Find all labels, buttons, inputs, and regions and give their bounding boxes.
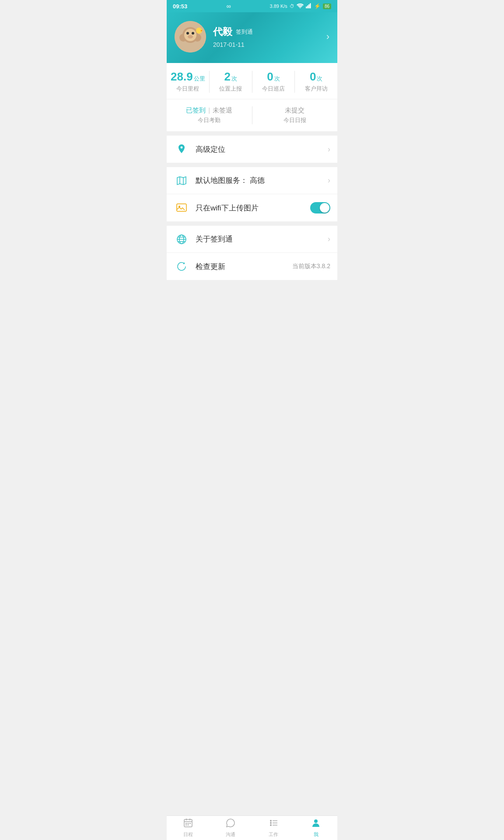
stat-mileage-value: 28.9 [171, 71, 193, 82]
report-status: 未提交 [252, 106, 338, 115]
stat-visit-unit: 次 [317, 75, 322, 83]
menu-section-about: 关于签到通 › 检查更新 当前版本3.8.2 [167, 226, 337, 280]
stat-mileage-unit: 公里 [194, 75, 205, 83]
menu-about-right: › [328, 234, 330, 244]
app-badge: 签到通 [236, 28, 253, 36]
menu-about-arrow-icon: › [328, 234, 330, 244]
menu-section-location: 高级定位 › [167, 136, 337, 163]
profile-header[interactable]: 代毅 签到通 2017-01-11 › [167, 12, 337, 63]
menu-location-text: 高级定位 [196, 144, 328, 154]
image-upload-icon [174, 200, 189, 216]
stat-visit-label: 客户拜访 [295, 85, 337, 93]
svg-rect-2 [307, 6, 308, 9]
svg-rect-17 [177, 204, 186, 211]
clock-icon: ⏱ [290, 4, 294, 9]
status-infinity-icon: ∞ [226, 3, 231, 10]
menu-map-text: 默认地图服务： 高德 [196, 175, 328, 186]
profile-info: 代毅 签到通 2017-01-11 [213, 25, 326, 48]
wifi-upload-toggle[interactable] [310, 202, 330, 214]
attendance-label: 今日考勤 [167, 116, 252, 124]
stat-mileage-label: 今日里程 [167, 85, 209, 93]
avatar [175, 21, 206, 52]
stat-patrol-value: 0 [267, 71, 273, 82]
menu-location-right: › [328, 145, 330, 154]
signal-icon [306, 3, 312, 9]
unsigned-label: 未签退 [213, 106, 232, 114]
menu-section-map: 默认地图服务： 高德 › 只在wifi下上传图片 [167, 167, 337, 221]
battery-icon: 86 [323, 4, 331, 9]
daily-report[interactable]: 未提交 今日日报 [252, 106, 338, 124]
svg-point-11 [192, 32, 194, 35]
menu-item-map[interactable]: 默认地图服务： 高德 › [167, 167, 337, 194]
map-icon [174, 173, 189, 189]
refresh-icon [174, 259, 189, 274]
user-date: 2017-01-11 [213, 41, 326, 48]
attendance-row: 已签到 | 未签退 今日考勤 未提交 今日日报 [167, 99, 337, 131]
menu-item-location[interactable]: 高级定位 › [167, 136, 337, 163]
charging-icon: ⚡ [314, 3, 321, 9]
section-divider-3 [167, 221, 337, 226]
menu-update-text: 检查更新 [196, 262, 292, 272]
svg-rect-4 [310, 4, 311, 9]
status-time: 09:53 [173, 3, 187, 10]
menu-update-version: 当前版本3.8.2 [292, 262, 330, 270]
wifi-icon [297, 3, 304, 9]
menu-item-update[interactable]: 检查更新 当前版本3.8.2 [167, 253, 337, 280]
status-speed: 3.89 K/s [270, 4, 287, 9]
svg-point-0 [300, 7, 301, 8]
stat-location: 2 次 位置上报 [210, 71, 252, 93]
toggle-knob [320, 203, 329, 213]
signed-label: 已签到 [186, 106, 206, 114]
stats-row: 28.9 公里 今日里程 2 次 位置上报 0 次 今日巡店 0 次 客户拜访 [167, 63, 337, 99]
attendance-checkin[interactable]: 已签到 | 未签退 今日考勤 [167, 106, 252, 124]
menu-update-right: 当前版本3.8.2 [292, 262, 330, 270]
stat-patrol: 0 次 今日巡店 [252, 71, 295, 93]
location-icon [174, 141, 189, 157]
globe-icon [174, 231, 189, 247]
svg-rect-3 [308, 4, 310, 8]
stat-patrol-unit: 次 [274, 75, 280, 83]
menu-item-about[interactable]: 关于签到通 › [167, 226, 337, 253]
profile-arrow-icon[interactable]: › [326, 31, 329, 42]
svg-point-12 [188, 35, 193, 38]
stat-patrol-label: 今日巡店 [252, 85, 295, 93]
stat-visit: 0 次 客户拜访 [295, 71, 337, 93]
menu-wifi-upload-right [310, 202, 330, 214]
user-name: 代毅 [213, 25, 232, 38]
stat-visit-value: 0 [310, 71, 316, 82]
status-bar: 09:53 ∞ 3.89 K/s ⏱ ⚡ 86 [167, 0, 337, 12]
attendance-status: 已签到 | 未签退 [167, 106, 252, 115]
stat-location-label: 位置上报 [210, 85, 252, 93]
menu-map-arrow-icon: › [328, 176, 330, 185]
section-divider-1 [167, 131, 337, 136]
menu-about-text: 关于签到通 [196, 234, 328, 244]
menu-item-wifi-upload[interactable]: 只在wifi下上传图片 [167, 194, 337, 221]
menu-location-arrow-icon: › [328, 145, 330, 154]
svg-rect-1 [306, 7, 307, 8]
stat-location-value: 2 [224, 71, 230, 82]
menu-wifi-upload-text: 只在wifi下上传图片 [196, 203, 310, 213]
report-label: 今日日报 [252, 116, 338, 124]
section-divider-2 [167, 163, 337, 167]
svg-point-10 [186, 32, 189, 35]
menu-map-right: › [328, 176, 330, 185]
stat-location-unit: 次 [231, 75, 237, 83]
stat-mileage: 28.9 公里 今日里程 [167, 71, 210, 93]
report-unsigned-label: 未提交 [285, 106, 304, 114]
status-icons: 3.89 K/s ⏱ ⚡ 86 [270, 3, 331, 9]
